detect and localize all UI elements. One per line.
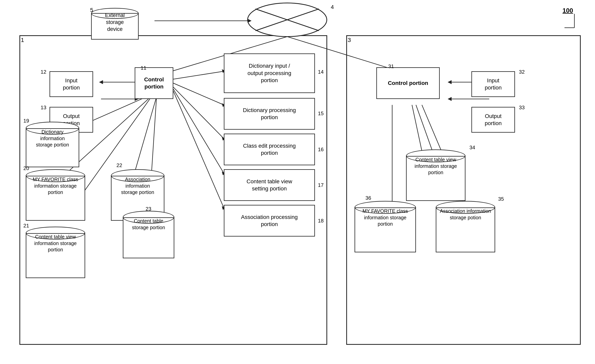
right-system-num: 3	[348, 37, 351, 43]
content-table-view-num: 17	[318, 182, 324, 188]
assoc-proc-portion: Association processingportion	[224, 205, 315, 237]
external-storage-num: 5	[90, 7, 93, 13]
svg-line-20	[173, 87, 224, 139]
svg-line-16	[173, 71, 224, 79]
external-storage-label: Externalstoragedevice	[93, 12, 137, 33]
svg-line-32	[135, 97, 156, 172]
svg-line-4	[255, 9, 319, 31]
dict-io-num: 14	[318, 69, 324, 75]
svg-marker-6	[248, 19, 252, 23]
assoc-info-right-num: 35	[498, 196, 504, 202]
my-fav-right-num: 36	[365, 195, 371, 201]
left-system-num: 1	[21, 37, 24, 43]
right-output-portion: Outputportion	[471, 107, 515, 133]
assoc-proc-num: 18	[318, 218, 324, 224]
left-input-num: 12	[41, 69, 46, 75]
svg-line-3	[255, 9, 319, 31]
content-table-storage-num: 23	[146, 206, 151, 212]
svg-marker-40	[448, 97, 452, 101]
svg-line-24	[173, 91, 224, 208]
svg-line-22	[173, 89, 224, 173]
svg-marker-37	[448, 80, 452, 84]
right-output-num: 33	[519, 105, 525, 111]
content-view-left-num: 21	[23, 223, 29, 229]
system-100-label: 100	[562, 7, 573, 14]
assoc-info-left-num: 22	[116, 162, 122, 168]
svg-line-18	[173, 83, 224, 105]
class-edit-num: 16	[318, 147, 324, 153]
diagram: 100 1 3 Externalstoragedevice 5 4 Contro…	[0, 0, 595, 364]
right-input-portion: Inputportion	[471, 71, 515, 97]
left-control-num: 11	[141, 65, 146, 71]
network-num: 4	[331, 4, 334, 10]
svg-point-2	[248, 3, 327, 37]
dict-proc-num: 15	[318, 111, 324, 117]
left-control-portion: Controlportion	[135, 67, 173, 99]
my-fav-left-num: 20	[23, 165, 29, 171]
dict-proc-portion: Dictionary processingportion	[224, 98, 315, 130]
svg-marker-13	[99, 80, 103, 84]
right-control-portion: Control portion	[376, 67, 440, 99]
dict-io-portion: Dictionary input /output processingporti…	[224, 53, 315, 93]
class-edit-portion: Class edit processingportion	[224, 134, 315, 165]
right-input-num: 32	[519, 69, 525, 75]
left-output-num: 13	[41, 105, 46, 111]
left-input-portion: Inputportion	[50, 71, 93, 97]
content-table-view-portion: Content table viewsetting portion	[224, 169, 315, 201]
dict-info-storage-num: 19	[23, 118, 29, 124]
right-control-num: 31	[388, 63, 394, 70]
content-view-right-num: 34	[469, 145, 475, 151]
